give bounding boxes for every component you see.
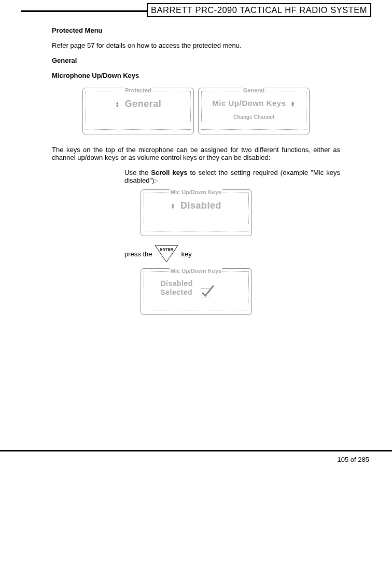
paragraph-assign: The keys on the top of the microphone ca…	[52, 146, 340, 161]
heading-general: General	[52, 57, 340, 64]
lcd-screen-disabled: Mic Up/Down Keys ▲▼ Disabled	[141, 189, 252, 236]
page-content: Protected Menu Refer page 57 for details…	[21, 26, 371, 315]
text-fragment: press the	[124, 250, 152, 258]
lcd-main-text: ▲▼ General	[86, 99, 190, 109]
lcd-main-value: Disabled	[180, 200, 221, 211]
lcd-legend: Protected	[124, 87, 152, 93]
heading-mic-updown: Microphone Up/Down Keys	[52, 72, 340, 79]
lcd-legend: Mic Up/Down Keys	[170, 268, 222, 274]
lcd-main-value: Mic Up/Down Keys	[212, 99, 286, 107]
lcd-screen-selected: Mic Up/Down Keys Disabled Selected	[141, 268, 252, 315]
arrow-up-down-icon: ▲▼	[115, 101, 120, 108]
lcd-sub-text: Change Channel	[202, 114, 306, 120]
screens-row-top: Protected ▲▼ General General Mic Up/Down…	[52, 88, 340, 134]
enter-key-icon: ENTER	[154, 244, 179, 263]
page-number: 105 of 285	[21, 451, 371, 463]
press-enter-row: press the ENTER key	[124, 244, 340, 263]
lcd-screen-protected: Protected ▲▼ General	[82, 88, 194, 134]
lcd-line2: Selected	[161, 288, 193, 296]
lcd-screen-general: General Mic Up/Down Keys ▲▼ Change Chann…	[198, 88, 310, 134]
screen-disabled-wrapper: Mic Up/Down Keys ▲▼ Disabled	[52, 189, 340, 236]
header-title: BARRETT PRC-2090 TACTICAL HF RADIO SYSTE…	[147, 3, 371, 17]
paragraph-ref: Refer page 57 for details on how to acce…	[52, 42, 340, 49]
lcd-line1: Disabled	[161, 279, 193, 287]
lcd-legend: Mic Up/Down Keys	[170, 189, 222, 195]
lcd-main-text: Mic Up/Down Keys ▲▼	[202, 99, 306, 107]
text-fragment: key	[181, 250, 191, 258]
enter-key-label: ENTER	[160, 248, 173, 251]
lcd-main-value: General	[125, 99, 162, 109]
screen-selected-wrapper: Mic Up/Down Keys Disabled Selected	[52, 268, 340, 315]
lcd-main-text: Disabled Selected	[144, 279, 248, 297]
text-bold: Scroll keys	[151, 169, 187, 176]
page-header: BARRETT PRC-2090 TACTICAL HF RADIO SYSTE…	[21, 10, 371, 12]
arrow-up-down-icon: ▲▼	[171, 203, 175, 210]
checkmark-icon	[201, 288, 210, 297]
lcd-legend: General	[242, 87, 265, 93]
page-footer: 105 of 285	[21, 450, 371, 463]
text-fragment: Use the	[124, 169, 151, 176]
heading-protected-menu: Protected Menu	[52, 26, 340, 34]
paragraph-scroll-keys: Use the Scroll keys to select the settin…	[124, 169, 340, 184]
arrow-up-down-icon: ▲▼	[290, 101, 295, 107]
lcd-main-text: ▲▼ Disabled	[144, 200, 248, 211]
